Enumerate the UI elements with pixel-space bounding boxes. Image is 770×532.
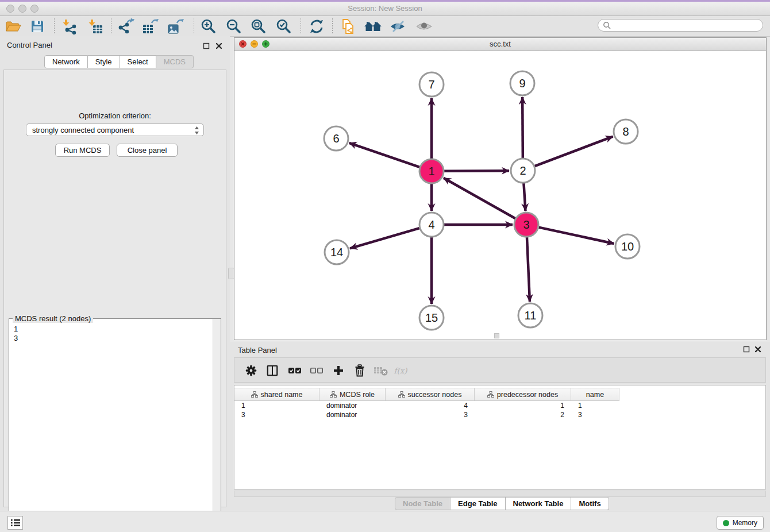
task-history-button[interactable] (7, 516, 23, 530)
graph-node-label: 10 (621, 240, 634, 253)
memory-label: Memory (733, 519, 757, 527)
cell-predecessor-nodes[interactable]: 1 (475, 401, 571, 410)
table-panel-title: Table Panel (238, 346, 277, 354)
graph-edge-3-11[interactable] (527, 237, 530, 302)
cell-mcds-role[interactable]: dominator (319, 401, 386, 410)
window-controls[interactable] (6, 5, 43, 15)
close-panel-button[interactable]: Close panel (117, 144, 178, 157)
graph-edge-3-1[interactable] (444, 178, 515, 218)
open-folder-icon[interactable] (4, 17, 22, 36)
cell-name[interactable]: 3 (571, 410, 619, 419)
copy-network-icon[interactable] (339, 17, 357, 36)
session-title: Session: New Session (0, 2, 770, 16)
save-icon[interactable] (28, 17, 47, 36)
cell-successor-nodes[interactable]: 3 (386, 410, 475, 419)
graph-node-label: 8 (622, 125, 629, 138)
column-header[interactable]: successor nodes (386, 388, 475, 400)
tab-network[interactable]: Network (44, 55, 88, 68)
network-file-title: scc.txt (234, 38, 766, 51)
view-resize-handle[interactable] (494, 333, 499, 338)
table-hscrollbar[interactable] (234, 491, 766, 497)
column-header[interactable]: MCDS role (319, 388, 386, 400)
memory-button[interactable]: Memory (717, 516, 764, 530)
table-row[interactable]: 3 dominator 3 2 3 (234, 410, 619, 419)
graph-edge-1-2[interactable] (444, 171, 509, 171)
table-header-row: shared nameMCDS rolesuccessor nodesprede… (234, 388, 619, 401)
tab-motifs[interactable]: Motifs (571, 497, 609, 510)
network-graph-canvas[interactable]: 7968124314101511 (234, 51, 766, 340)
close-view-icon[interactable] (239, 40, 247, 48)
graph-edge-4-14[interactable] (350, 228, 419, 248)
columns-icon[interactable] (264, 362, 281, 379)
delete-icon[interactable] (351, 362, 368, 379)
tab-mcds[interactable]: MCDS (156, 55, 194, 68)
result-scrollbar[interactable] (213, 319, 221, 532)
deselect-all-icon[interactable] (308, 362, 325, 379)
graph-node-label: 14 (330, 246, 343, 259)
select-all-icon[interactable] (286, 362, 303, 379)
graph-node-label: 11 (525, 309, 537, 322)
export-image-icon[interactable] (167, 17, 185, 36)
close-table-panel-icon[interactable] (754, 345, 762, 352)
home-icon[interactable] (364, 17, 382, 36)
graph-edge-2-9[interactable] (522, 97, 523, 158)
column-header[interactable]: shared name (234, 388, 319, 400)
cell-shared-name[interactable]: 1 (234, 401, 319, 410)
tab-edge-table[interactable]: Edge Table (451, 497, 505, 510)
titlebar: Session: New Session (0, 2, 770, 16)
tab-network-table[interactable]: Network Table (506, 497, 572, 510)
select-chevrons-icon (194, 126, 199, 139)
delete-table-icon[interactable] (372, 362, 390, 379)
graph-node-label: 6 (333, 132, 339, 145)
tab-node-table[interactable]: Node Table (395, 497, 451, 510)
tab-style[interactable]: Style (88, 55, 120, 68)
minimize-view-icon[interactable] (251, 40, 258, 48)
table-panel: Table Panel (230, 342, 770, 510)
mcds-result-list[interactable]: 1 3 (14, 325, 18, 343)
cell-predecessor-nodes[interactable]: 2 (475, 410, 571, 419)
export-table-icon[interactable] (141, 17, 160, 36)
graph-edge-2-3[interactable] (523, 183, 525, 211)
close-panel-icon[interactable] (215, 41, 223, 49)
import-network-icon[interactable] (60, 17, 79, 36)
minimize-window-icon[interactable] (18, 5, 26, 13)
tab-select[interactable]: Select (120, 55, 156, 68)
criterion-select[interactable]: strongly connected component (26, 124, 204, 136)
svg-text:f(x): f(x) (394, 367, 408, 375)
maximize-view-icon[interactable] (262, 40, 270, 48)
show-all-icon[interactable] (415, 17, 433, 36)
table-row[interactable]: 1 dominator 4 1 1 (234, 401, 619, 410)
cell-shared-name[interactable]: 3 (234, 410, 319, 419)
zoom-window-icon[interactable] (30, 5, 38, 13)
run-mcds-button[interactable]: Run MCDS (55, 144, 110, 157)
zoom-out-icon[interactable] (225, 17, 243, 36)
close-window-icon[interactable] (6, 5, 14, 13)
search-icon (603, 21, 611, 29)
float-panel-icon[interactable] (203, 41, 210, 49)
zoom-in-icon[interactable] (199, 17, 218, 36)
float-table-panel-icon[interactable] (743, 345, 750, 352)
network-window-titlebar[interactable]: scc.txt (234, 38, 766, 51)
zoom-fit-icon[interactable] (249, 17, 268, 36)
graph-edge-3-10[interactable] (539, 228, 614, 244)
table-tabs: Node Table Edge Table Network Table Moti… (395, 497, 609, 510)
column-header[interactable]: predecessor nodes (475, 388, 571, 400)
zoom-selected-icon[interactable] (275, 17, 293, 36)
graph-edge-1-6[interactable] (349, 143, 419, 167)
hierarchy-icon (398, 391, 405, 398)
control-panel-header: Control Panel (0, 36, 230, 53)
hide-selected-icon[interactable] (389, 17, 407, 36)
import-table-icon[interactable] (86, 17, 105, 36)
network-window-controls[interactable] (239, 40, 270, 48)
cell-mcds-role[interactable]: dominator (319, 410, 386, 419)
graph-edge-2-8[interactable] (535, 137, 613, 167)
cell-successor-nodes[interactable]: 4 (386, 401, 475, 410)
gear-icon[interactable] (242, 362, 260, 379)
export-network-icon[interactable] (117, 17, 135, 36)
add-column-icon[interactable] (330, 362, 347, 379)
column-header[interactable]: name (571, 388, 619, 400)
cell-name[interactable]: 1 (571, 401, 619, 410)
search-input[interactable] (611, 21, 751, 30)
search-field[interactable] (598, 19, 763, 32)
refresh-icon[interactable] (307, 17, 326, 36)
